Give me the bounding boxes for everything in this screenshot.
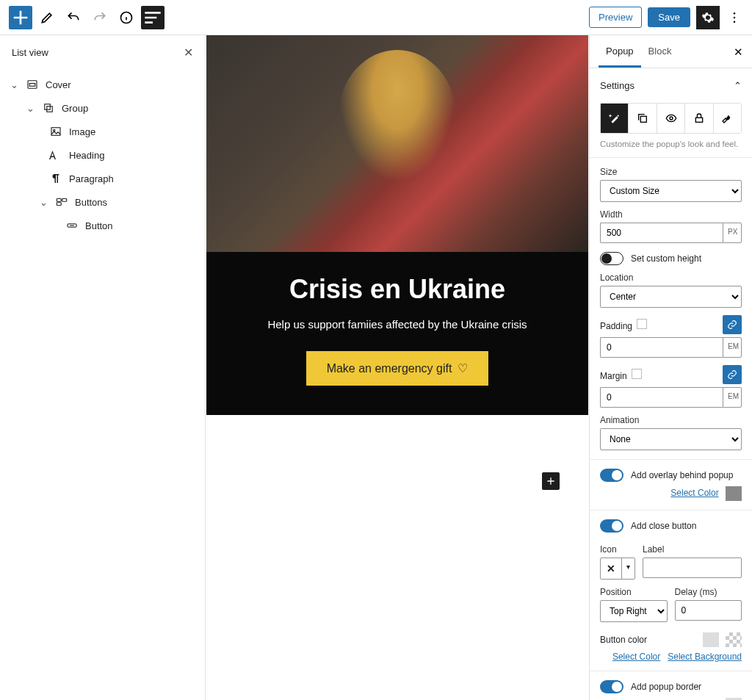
undo-button[interactable]: [62, 6, 85, 29]
svg-point-15: [670, 117, 673, 120]
inspector-tabs: Popup Block ✕: [590, 35, 752, 68]
button-bg-swatch[interactable]: [726, 632, 742, 647]
close-icon-select[interactable]: ✕ ▾: [600, 558, 635, 580]
border-label: Add popup border: [631, 682, 701, 692]
label-label: Label: [643, 544, 742, 555]
svg-rect-6: [45, 104, 51, 110]
close-icon: ✕: [734, 46, 743, 58]
padding-link-button[interactable]: [723, 315, 742, 334]
settings-button[interactable]: [696, 6, 720, 29]
width-input[interactable]: [600, 223, 723, 243]
toolbar-right: Preview Save: [589, 6, 743, 29]
more-button[interactable]: [726, 6, 743, 29]
size-label: Size: [600, 167, 742, 177]
edit-button[interactable]: [35, 6, 59, 29]
padding-unit[interactable]: EM: [723, 337, 742, 358]
margin-input[interactable]: [600, 387, 723, 408]
popup-paragraph[interactable]: Help us support famiies affected by the …: [221, 318, 574, 331]
kebab-icon: [727, 10, 742, 25]
advanced-tab-button[interactable]: [714, 104, 741, 133]
buttons-icon: [54, 195, 69, 209]
settings-section: Settings ⌃ Customize the popup's look an…: [590, 68, 752, 700]
overlay-label: Add overlay behind popup: [631, 470, 733, 480]
button-color-swatch[interactable]: [703, 632, 719, 647]
svg-rect-12: [57, 203, 61, 206]
add-block-inline-button[interactable]: [542, 472, 560, 490]
preview-button[interactable]: Preview: [589, 7, 642, 28]
padding-input[interactable]: [600, 337, 723, 358]
divider: [590, 459, 752, 460]
button-select-bg-link[interactable]: Select Background: [668, 652, 742, 662]
svg-point-2: [734, 16, 736, 18]
inspector-close-button[interactable]: ✕: [734, 46, 743, 59]
settings-header[interactable]: Settings ⌃: [600, 77, 742, 94]
animation-select[interactable]: None: [600, 428, 742, 450]
tree-item-cover[interactable]: ⌄ Cover: [6, 73, 199, 96]
custom-height-label: Set custom height: [631, 253, 701, 264]
wrench-icon: [721, 112, 733, 124]
popup-preview[interactable]: Crisis en Ukraine Help us support famiie…: [206, 35, 588, 415]
svg-rect-16: [695, 118, 702, 122]
tree-label: Heading: [69, 150, 104, 161]
info-icon: [119, 10, 134, 25]
link-icon: [727, 320, 737, 330]
visibility-tab-button[interactable]: [657, 104, 685, 133]
tree-item-heading[interactable]: Heading: [6, 143, 199, 167]
list-view-button[interactable]: [141, 6, 164, 29]
button-select-color-link[interactable]: Select Color: [612, 652, 660, 662]
cta-label: Make an emergency gift: [327, 362, 452, 375]
plus-icon: [545, 475, 557, 487]
add-block-button[interactable]: [9, 6, 32, 29]
style-tab-button[interactable]: [601, 104, 629, 133]
overlay-color-swatch[interactable]: [726, 486, 742, 501]
button-color-label: Button color: [600, 635, 647, 645]
settings-sub-tabs: [600, 103, 742, 134]
close-button-toggle[interactable]: [600, 519, 623, 533]
list-view-close-button[interactable]: ✕: [184, 46, 193, 59]
tree-label: Buttons: [75, 197, 107, 208]
chevron-down-icon: ⌄: [38, 197, 48, 208]
margin-unit[interactable]: EM: [723, 387, 742, 408]
location-label: Location: [600, 273, 742, 283]
overlay-toggle[interactable]: [600, 469, 623, 482]
size-select[interactable]: Custom Size: [600, 180, 742, 202]
popup-cta-button[interactable]: Make an emergency gift ♡: [306, 351, 489, 386]
popup-image-placeholder[interactable]: [206, 35, 588, 252]
lock-tab-button[interactable]: [685, 104, 713, 133]
copy-tab-button[interactable]: [629, 104, 657, 133]
undo-icon: [66, 10, 81, 25]
lock-icon: [693, 112, 705, 124]
tree-item-group[interactable]: ⌄ Group: [6, 96, 199, 120]
border-toggle[interactable]: [600, 680, 623, 693]
close-label-input[interactable]: [643, 558, 742, 578]
link-icon: [727, 369, 737, 380]
position-select[interactable]: Top Right: [600, 600, 668, 622]
overlay-color-link[interactable]: Select Color: [670, 488, 718, 498]
tree-item-buttons[interactable]: ⌄ Buttons: [6, 190, 199, 214]
margin-link-button[interactable]: [723, 365, 742, 384]
popup-heading[interactable]: Crisis en Ukraine: [221, 274, 574, 305]
svg-rect-14: [640, 116, 646, 122]
tree-item-image[interactable]: Image: [6, 120, 199, 143]
tab-block[interactable]: Block: [641, 35, 679, 68]
heading-icon: [48, 148, 63, 162]
icon-label: Icon: [600, 544, 635, 555]
eye-icon: [665, 112, 677, 124]
editor-canvas[interactable]: Crisis en Ukraine Help us support famiie…: [206, 35, 589, 700]
pencil-icon: [40, 10, 54, 25]
info-button[interactable]: [115, 6, 138, 29]
redo-button[interactable]: [88, 6, 112, 29]
delay-input[interactable]: [675, 600, 742, 621]
custom-height-toggle[interactable]: [600, 252, 623, 265]
close-button-label: Add close button: [631, 521, 696, 531]
location-select[interactable]: Center: [600, 286, 742, 308]
save-button[interactable]: Save: [648, 7, 690, 27]
tree-item-button[interactable]: Button: [6, 214, 199, 237]
tree-item-paragraph[interactable]: Paragraph: [6, 167, 199, 190]
tab-popup[interactable]: Popup: [599, 35, 641, 68]
button-icon: [65, 218, 79, 233]
chevron-down-icon: ▾: [621, 558, 634, 579]
width-unit[interactable]: PX: [723, 223, 742, 243]
svg-point-1: [734, 12, 736, 14]
popup-content-area: Crisis en Ukraine Help us support famiie…: [206, 252, 588, 415]
